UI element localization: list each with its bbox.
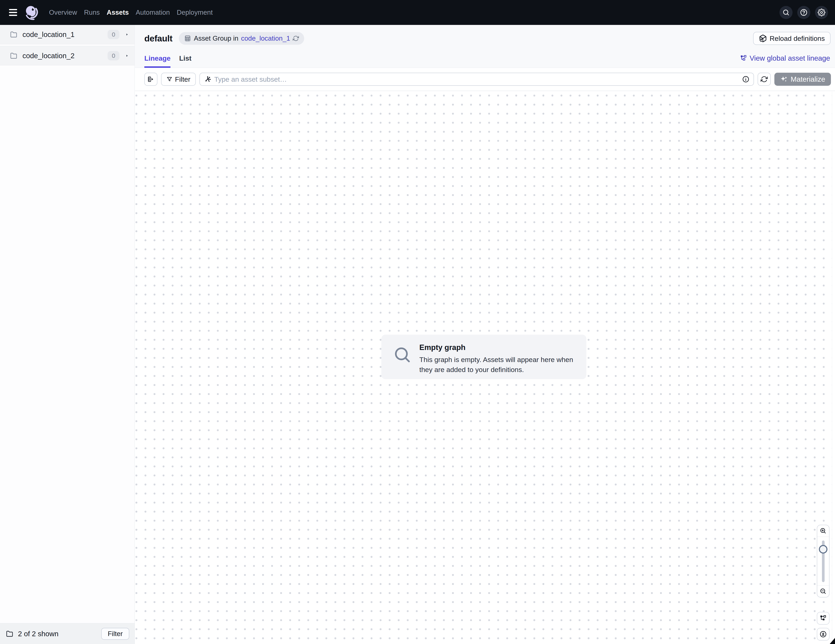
materialize-button[interactable]: Materialize bbox=[774, 73, 831, 86]
primary-nav: Overview Runs Assets Automation Deployme… bbox=[49, 8, 213, 16]
main-content: default Asset Group in code_location_1 bbox=[135, 25, 835, 644]
lineage-toolbar: Filter bbox=[135, 68, 835, 91]
reload-cube-icon bbox=[759, 34, 767, 42]
asset-subset-input[interactable] bbox=[214, 75, 739, 83]
zoom-slider-thumb[interactable] bbox=[819, 545, 827, 553]
page-title: default bbox=[145, 34, 172, 44]
settings-button[interactable] bbox=[815, 6, 828, 19]
asset-count-badge: 0 bbox=[107, 30, 119, 39]
help-button[interactable] bbox=[797, 6, 810, 19]
graph-filter-label: Filter bbox=[175, 75, 190, 83]
zoom-out-icon bbox=[820, 588, 827, 595]
sync-icon[interactable] bbox=[293, 35, 299, 41]
zoom-in-button[interactable] bbox=[817, 525, 829, 537]
reload-definitions-button[interactable]: Reload definitions bbox=[753, 32, 830, 45]
code-location-name: code_location_1 bbox=[23, 31, 75, 39]
tab-lineage[interactable]: Lineage bbox=[145, 49, 171, 68]
search-icon bbox=[782, 9, 790, 16]
search-button[interactable] bbox=[780, 6, 793, 19]
magnifier-icon bbox=[393, 345, 413, 365]
page-header-band: default Asset Group in code_location_1 bbox=[135, 25, 835, 68]
folder-icon bbox=[10, 52, 17, 59]
shown-count-summary: 2 of 2 shown bbox=[18, 630, 58, 638]
funnel-icon bbox=[166, 76, 172, 82]
lineage-graph-canvas[interactable]: Empty graph This graph is empty. Assets … bbox=[135, 91, 835, 644]
sparkles-icon bbox=[780, 75, 788, 83]
download-graph-button[interactable] bbox=[817, 628, 830, 641]
sidebar-filter-button[interactable]: Filter bbox=[101, 628, 129, 640]
page-header: default Asset Group in code_location_1 bbox=[135, 25, 835, 49]
asset-count-badge: 0 bbox=[107, 51, 119, 60]
nav-overview[interactable]: Overview bbox=[49, 8, 77, 16]
sidebar-empty-space bbox=[0, 65, 135, 623]
help-icon bbox=[800, 8, 807, 16]
navbar-actions bbox=[780, 6, 828, 19]
tab-list[interactable]: List bbox=[179, 49, 191, 68]
zoom-in-icon bbox=[820, 527, 827, 534]
op-selector-icon bbox=[204, 76, 211, 83]
asset-subset-field bbox=[200, 73, 754, 86]
sidebar-item-code-location-1[interactable]: code_location_1 0 bbox=[0, 25, 135, 44]
empty-graph-title: Empty graph bbox=[419, 343, 465, 352]
reload-definitions-label: Reload definitions bbox=[770, 34, 825, 42]
asset-groups-sidebar: code_location_1 0 code_location_2 0 2 of… bbox=[0, 25, 135, 644]
nav-automation[interactable]: Automation bbox=[136, 8, 170, 16]
info-icon[interactable] bbox=[742, 76, 749, 83]
graph-filter-button[interactable]: Filter bbox=[161, 73, 196, 86]
code-location-name: code_location_2 bbox=[23, 52, 75, 60]
download-icon bbox=[819, 631, 827, 638]
dagster-logo[interactable] bbox=[24, 5, 40, 20]
fit-graph-button[interactable] bbox=[817, 612, 830, 624]
expand-sidebar-panel-button[interactable] bbox=[145, 73, 158, 86]
materialize-label: Materialize bbox=[791, 75, 825, 83]
nav-deployment[interactable]: Deployment bbox=[177, 8, 213, 16]
view-global-asset-lineage-label: View global asset lineage bbox=[750, 54, 830, 62]
folder-icon bbox=[10, 31, 17, 38]
badge-prefix-text: Asset Group in bbox=[194, 34, 238, 42]
zoom-slider[interactable] bbox=[817, 537, 829, 585]
panel-expand-icon bbox=[148, 76, 154, 83]
lineage-graph-icon bbox=[740, 55, 747, 62]
code-location-link[interactable]: code_location_1 bbox=[241, 34, 290, 42]
scrollbar-gutter bbox=[832, 91, 835, 644]
sidebar-item-code-location-2[interactable]: code_location_2 0 bbox=[0, 46, 135, 65]
gear-icon bbox=[818, 8, 825, 16]
nav-assets[interactable]: Assets bbox=[107, 8, 129, 16]
zoom-control-panel bbox=[817, 525, 830, 597]
empty-graph-card: Empty graph This graph is empty. Assets … bbox=[381, 335, 586, 379]
refresh-icon bbox=[761, 76, 768, 83]
lineage-graph-icon bbox=[820, 615, 827, 622]
hamburger-menu-button[interactable] bbox=[9, 8, 18, 17]
asset-group-icon bbox=[184, 35, 191, 42]
zoom-out-button[interactable] bbox=[817, 585, 829, 597]
nav-runs[interactable]: Runs bbox=[84, 8, 100, 16]
folder-icon bbox=[6, 630, 13, 637]
row-gap bbox=[0, 44, 135, 46]
refresh-graph-button[interactable] bbox=[758, 73, 771, 86]
chevron-right-icon[interactable] bbox=[125, 54, 129, 58]
tabs-row: Lineage List View global asset lineage bbox=[135, 49, 835, 68]
sidebar-footer: 2 of 2 shown Filter bbox=[0, 623, 135, 644]
top-navbar: Overview Runs Assets Automation Deployme… bbox=[0, 0, 835, 25]
empty-graph-description: This graph is empty. Assets will appear … bbox=[419, 355, 577, 375]
asset-group-badge: Asset Group in code_location_1 bbox=[179, 32, 304, 45]
chevron-right-icon[interactable] bbox=[125, 32, 129, 37]
view-global-asset-lineage-link[interactable]: View global asset lineage bbox=[740, 54, 830, 62]
